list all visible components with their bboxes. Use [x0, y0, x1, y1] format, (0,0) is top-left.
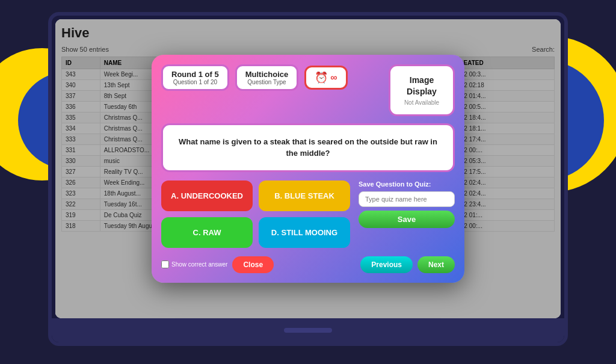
- answer-b-label: B. BLUE STEAK: [274, 191, 334, 200]
- answer-b-button[interactable]: B. BLUE STEAK: [259, 180, 350, 211]
- type-badge: Multichoice Question Type: [235, 64, 299, 91]
- close-button[interactable]: Close: [232, 256, 274, 273]
- show-correct-answer-checkbox[interactable]: [161, 261, 169, 268]
- answer-d-button[interactable]: D. STILL MOOING: [259, 217, 350, 248]
- show-correct-answer-label: Show correct answer: [171, 261, 227, 268]
- modal-dialog: Round 1 of 5 Question 1 of 20 Multichoic…: [152, 55, 464, 282]
- answer-a-button[interactable]: A. UNDERCOOKED: [161, 180, 253, 211]
- answers-col: A. UNDERCOOKED B. BLUE STEAK C. RAW D. S…: [161, 180, 350, 256]
- bottom-row: Show correct answer Close Previous Next: [161, 256, 455, 273]
- quiz-name-input[interactable]: [359, 191, 455, 207]
- answer-grid: A. UNDERCOOKED B. BLUE STEAK C. RAW D. S…: [161, 180, 350, 248]
- modal-top-row: Round 1 of 5 Question 1 of 20 Multichoic…: [161, 64, 455, 116]
- image-display-status: Not Available: [402, 99, 441, 106]
- answers-save-row: A. UNDERCOOKED B. BLUE STEAK C. RAW D. S…: [161, 180, 455, 256]
- previous-button[interactable]: Previous: [360, 256, 413, 273]
- image-display-title: ImageDisplay: [402, 75, 441, 96]
- nav-buttons: Previous Next: [360, 256, 455, 273]
- round-badge: Round 1 of 5 Question 1 of 20: [161, 64, 229, 91]
- timer-icon: ⏰: [315, 71, 328, 84]
- badges-col: Round 1 of 5 Question 1 of 20 Multichoic…: [161, 64, 383, 91]
- type-badge-title: Multichoice: [245, 70, 289, 79]
- screen: Hive Show 50 entries Search: ID: [55, 19, 561, 318]
- question-text: What name is given to a steak that is se…: [179, 137, 437, 158]
- question-box: What name is given to a steak that is se…: [161, 123, 455, 172]
- laptop-background: Hive Show 50 entries Search: ID: [0, 0, 616, 364]
- left-controls: Show correct answer Close: [161, 256, 360, 273]
- next-button[interactable]: Next: [417, 256, 455, 273]
- save-quiz-button[interactable]: Save: [359, 211, 455, 228]
- answer-d-label: D. STILL MOOING: [271, 228, 337, 237]
- show-correct-answer-control: Show correct answer: [161, 261, 227, 268]
- timer-badge: ⏰ ∞: [304, 66, 347, 90]
- type-badge-subtitle: Question Type: [245, 79, 289, 85]
- save-quiz-label: Save Question to Quiz:: [359, 180, 455, 188]
- round-badge-subtitle: Question 1 of 20: [171, 79, 219, 85]
- badges-row: Round 1 of 5 Question 1 of 20 Multichoic…: [161, 64, 383, 91]
- laptop-bottom-bar: [52, 318, 564, 342]
- infinity-icon: ∞: [330, 72, 337, 83]
- laptop-notch: [284, 328, 332, 333]
- image-display-panel: ImageDisplay Not Available: [389, 64, 455, 116]
- answer-a-label: A. UNDERCOOKED: [171, 191, 243, 200]
- answer-c-label: C. RAW: [193, 228, 221, 237]
- round-badge-title: Round 1 of 5: [171, 70, 219, 79]
- save-quiz-col: Save Question to Quiz: Save: [359, 180, 455, 228]
- modal-overlay: Round 1 of 5 Question 1 of 20 Multichoic…: [55, 19, 561, 318]
- answer-c-button[interactable]: C. RAW: [161, 217, 253, 248]
- laptop-frame: Hive Show 50 entries Search: ID: [48, 12, 568, 346]
